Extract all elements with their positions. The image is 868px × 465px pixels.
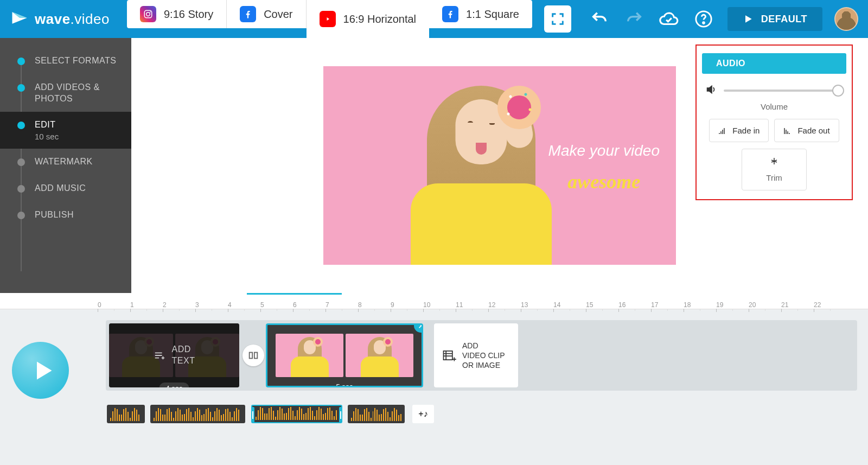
svg-point-4 [703, 22, 704, 24]
tab-story[interactable]: 9:16 Story [127, 0, 227, 28]
svg-rect-5 [250, 353, 253, 359]
format-tabs: 9:16 Story Cover 16:9 Horizontal 1:1 Squ… [127, 0, 532, 38]
audio-panel: AUDIO Volume Fade in Fade out [695, 44, 853, 200]
cloud-sync-button[interactable] [655, 5, 682, 33]
audio-tab-button[interactable]: AUDIO [702, 53, 846, 74]
clip-2-duration: 5 sec [329, 381, 359, 387]
fade-in-button[interactable]: Fade in [709, 119, 769, 142]
fullscreen-button[interactable] [544, 5, 571, 33]
clip-2-selected[interactable]: 5 sec ✕ [266, 323, 423, 387]
video-preview[interactable]: Make your video awesome [323, 66, 676, 265]
add-text-icon [154, 349, 165, 361]
trim-icon [768, 157, 780, 165]
audio-clip-3-selected[interactable]: 3 sec [251, 405, 342, 423]
add-audio-button[interactable]: +♪ [412, 405, 434, 423]
instagram-icon [140, 6, 156, 22]
default-preset-button[interactable]: DEFAULT [727, 7, 822, 31]
youtube-icon [320, 11, 336, 27]
tab-label: 1:1 Square [466, 8, 519, 21]
header: wave.video 9:16 Story Cover 16:9 Horizon… [0, 0, 868, 38]
volume-slider[interactable] [724, 90, 843, 92]
svg-point-2 [150, 11, 151, 12]
overlay-line2: awesome [548, 170, 660, 193]
audio-trim-handle-right[interactable] [339, 407, 342, 423]
tab-square[interactable]: 1:1 Square [429, 0, 532, 28]
audio-track: 3 sec +♪ [106, 405, 857, 426]
facebook-icon [240, 6, 256, 22]
step-add-videos[interactable]: ADD VIDEOS & PHOTOS [0, 74, 131, 112]
audio-trim-handle-left[interactable] [251, 407, 254, 423]
volume-icon [705, 84, 717, 98]
audio-clip-duration: 3 sec [284, 422, 310, 423]
delete-clip-button[interactable]: ✕ [414, 323, 423, 333]
facebook-icon [442, 6, 458, 22]
main-area: SELECT FORMATS ADD VIDEOS & PHOTOS EDIT1… [0, 38, 868, 293]
video-track: ADDTEXT 4 sec 5 sec ✕ ADDVIDEO CLIPOR IM… [106, 320, 857, 391]
step-edit[interactable]: EDIT10 sec [0, 112, 131, 149]
add-clip-icon [442, 348, 457, 363]
step-publish[interactable]: PUBLISH [0, 202, 131, 228]
tab-label: 9:16 Story [164, 8, 213, 21]
overlay-text[interactable]: Make your video awesome [548, 142, 660, 193]
add-text-overlay[interactable]: ADDTEXT [109, 323, 239, 387]
redo-button[interactable] [621, 5, 648, 33]
user-avatar[interactable] [834, 7, 858, 31]
play-button[interactable] [12, 342, 69, 399]
tab-cover[interactable]: Cover [227, 0, 306, 28]
step-select-formats[interactable]: SELECT FORMATS [0, 48, 131, 74]
help-button[interactable] [690, 5, 717, 33]
tab-label: Cover [264, 8, 292, 21]
sidebar: SELECT FORMATS ADD VIDEOS & PHOTOS EDIT1… [0, 38, 131, 293]
canvas-area: Make your video awesome AUDIO Volume Fad… [131, 38, 868, 293]
fade-out-button[interactable]: Fade out [774, 119, 839, 142]
default-label: DEFAULT [761, 14, 807, 25]
transition-icon [247, 349, 259, 361]
add-clip-button[interactable]: ADDVIDEO CLIPOR IMAGE [434, 323, 518, 387]
audio-clip-1[interactable] [107, 405, 145, 423]
timeline-ruler[interactable]: 012345678910111213141516171819202122 [0, 293, 868, 309]
logo[interactable]: wave.video [10, 8, 110, 30]
transition-button[interactable] [242, 345, 264, 366]
overlay-line1: Make your video [548, 142, 660, 160]
audio-clip-4[interactable] [348, 405, 405, 423]
volume-label: Volume [702, 102, 846, 111]
audio-clip-2[interactable] [150, 405, 245, 423]
clip-1[interactable]: ADDTEXT 4 sec [109, 323, 239, 387]
trim-button[interactable]: Trim [742, 149, 807, 190]
step-watermark[interactable]: WATERMARK [0, 149, 131, 175]
undo-button[interactable] [586, 5, 613, 33]
timeline: 012345678910111213141516171819202122 ADD… [0, 293, 868, 465]
logo-icon [10, 8, 29, 30]
step-add-music[interactable]: ADD MUSIC [0, 175, 131, 202]
logo-text: wave.video [35, 11, 110, 28]
svg-rect-6 [254, 353, 258, 359]
tab-label: 16:9 Horizontal [343, 13, 417, 26]
svg-point-1 [146, 12, 150, 16]
clip-1-duration: 4 sec [159, 383, 189, 387]
tab-horizontal[interactable]: 16:9 Horizontal [307, 0, 430, 38]
